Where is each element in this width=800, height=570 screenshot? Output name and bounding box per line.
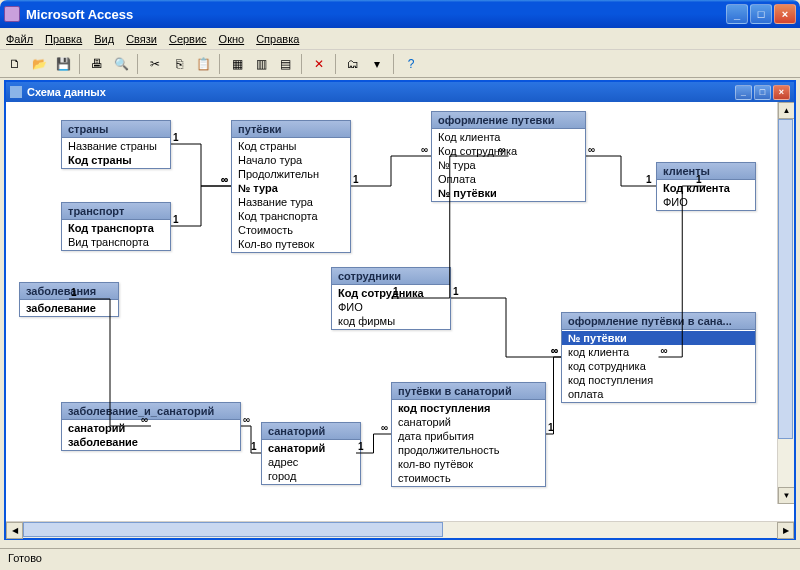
show-direct-icon[interactable]: ▥ <box>250 53 272 75</box>
maximize-button[interactable]: □ <box>750 4 772 24</box>
table-field[interactable]: № тура <box>432 158 585 172</box>
save-icon[interactable]: 💾 <box>52 53 74 75</box>
h-scroll-thumb[interactable] <box>23 522 443 537</box>
table-zabolevanie_i_sanatoriy[interactable]: заболевание_и_санаторийсанаторийзаболева… <box>61 402 241 451</box>
horizontal-scrollbar[interactable]: ◀ ▶ <box>6 521 794 538</box>
table-field[interactable]: ФИО <box>332 300 450 314</box>
table-field[interactable]: адрес <box>262 455 360 469</box>
table-field[interactable]: кол-во путёвок <box>392 457 545 471</box>
menu-help[interactable]: Справка <box>256 33 299 45</box>
table-field[interactable]: код сотрудника <box>562 359 755 373</box>
menu-view[interactable]: Вид <box>94 33 114 45</box>
menu-window[interactable]: Окно <box>219 33 245 45</box>
scroll-left-icon[interactable]: ◀ <box>6 522 23 539</box>
table-field[interactable]: Оплата <box>432 172 585 186</box>
table-field[interactable]: ФИО <box>657 195 755 209</box>
table-header[interactable]: оформление путевки <box>432 112 585 129</box>
table-putevki[interactable]: путёвкиКод страныНачало тураПродолжитель… <box>231 120 351 253</box>
show-table-icon[interactable]: ▦ <box>226 53 248 75</box>
table-field[interactable]: Вид транспорта <box>62 235 170 249</box>
table-header[interactable]: санаторий <box>262 423 360 440</box>
table-oformlenie_putevki_sana[interactable]: оформление путёвки в сана...№ путёвкикод… <box>561 312 756 403</box>
table-field[interactable]: Название страны <box>62 139 170 153</box>
table-header[interactable]: страны <box>62 121 170 138</box>
table-field[interactable]: санаторий <box>262 441 360 455</box>
table-field[interactable]: заболевание <box>20 301 118 315</box>
table-field[interactable]: № путёвки <box>432 186 585 200</box>
table-field[interactable]: город <box>262 469 360 483</box>
table-field[interactable]: Стоимость <box>232 223 350 237</box>
table-header[interactable]: заболевание_и_санаторий <box>62 403 240 420</box>
table-header[interactable]: путёвки в санаторий <box>392 383 545 400</box>
scroll-down-icon[interactable]: ▼ <box>778 487 794 504</box>
menu-file[interactable]: Файл <box>6 33 33 45</box>
minimize-button[interactable]: _ <box>726 4 748 24</box>
vertical-scrollbar[interactable]: ▲ ▼ <box>777 102 794 504</box>
table-field[interactable]: дата прибытия <box>392 429 545 443</box>
db-window-icon[interactable]: 🗂 <box>342 53 364 75</box>
table-field[interactable]: Кол-во путевок <box>232 237 350 251</box>
paste-icon[interactable]: 📋 <box>192 53 214 75</box>
table-header[interactable]: сотрудники <box>332 268 450 285</box>
table-header[interactable]: путёвки <box>232 121 350 138</box>
table-field[interactable]: Код транспорта <box>232 209 350 223</box>
new-icon[interactable]: 🗋 <box>4 53 26 75</box>
relationships-window: Схема данных _ □ × оформление путёвки в … <box>4 80 796 540</box>
table-field[interactable]: Код сотрудника <box>332 286 450 300</box>
table-field[interactable]: Код клиента <box>657 181 755 195</box>
v-scroll-thumb[interactable] <box>778 119 793 439</box>
table-field[interactable]: код поступления <box>562 373 755 387</box>
new-object-icon[interactable]: ▾ <box>366 53 388 75</box>
delete-icon[interactable]: ✕ <box>308 53 330 75</box>
help-icon[interactable]: ? <box>400 53 422 75</box>
child-minimize-button[interactable]: _ <box>735 85 752 100</box>
table-header[interactable]: клиенты <box>657 163 755 180</box>
menu-relations[interactable]: Связи <box>126 33 157 45</box>
table-sotrudniki[interactable]: сотрудникиКод сотрудникаФИОкод фирмы <box>331 267 451 330</box>
table-transport[interactable]: транспортКод транспортаВид транспорта <box>61 202 171 251</box>
child-maximize-button[interactable]: □ <box>754 85 771 100</box>
table-field[interactable]: Продолжительн <box>232 167 350 181</box>
table-field[interactable]: продолжительность <box>392 443 545 457</box>
scroll-up-icon[interactable]: ▲ <box>778 102 794 119</box>
table-field[interactable]: Начало тура <box>232 153 350 167</box>
table-field[interactable]: код фирмы <box>332 314 450 328</box>
table-klienty[interactable]: клиентыКод клиентаФИО <box>656 162 756 211</box>
table-field[interactable]: Название тура <box>232 195 350 209</box>
table-field[interactable]: заболевание <box>62 435 240 449</box>
table-field[interactable]: санаторий <box>62 421 240 435</box>
table-field[interactable]: Код страны <box>232 139 350 153</box>
preview-icon[interactable]: 🔍 <box>110 53 132 75</box>
table-sanatoriy[interactable]: санаторийсанаторийадресгород <box>261 422 361 485</box>
table-field[interactable]: оплата <box>562 387 755 401</box>
table-strany[interactable]: страныНазвание страныКод страны <box>61 120 171 169</box>
cardinality-label: 1 <box>393 286 399 297</box>
table-field[interactable]: санаторий <box>392 415 545 429</box>
menu-edit[interactable]: Правка <box>45 33 82 45</box>
relationships-canvas[interactable]: оформление путёвки в сана...№ путёвкикод… <box>6 102 794 521</box>
table-field[interactable]: код клиента <box>562 345 755 359</box>
table-zabolevaniya[interactable]: заболеваниязаболевание <box>19 282 119 317</box>
table-header[interactable]: оформление путёвки в сана... <box>562 313 755 330</box>
table-header[interactable]: транспорт <box>62 203 170 220</box>
print-icon[interactable]: 🖶 <box>86 53 108 75</box>
menu-service[interactable]: Сервис <box>169 33 207 45</box>
table-field[interactable]: № путёвки <box>562 331 755 345</box>
table-field[interactable]: № тура <box>232 181 350 195</box>
table-header[interactable]: заболевания <box>20 283 118 300</box>
show-all-icon[interactable]: ▤ <box>274 53 296 75</box>
table-oformlenie_putevki[interactable]: оформление путевкиКод клиентаКод сотрудн… <box>431 111 586 202</box>
table-putevki_v_sanatoriy[interactable]: путёвки в санаторийкод поступлениясанато… <box>391 382 546 487</box>
child-close-button[interactable]: × <box>773 85 790 100</box>
scroll-right-icon[interactable]: ▶ <box>777 522 794 539</box>
cut-icon[interactable]: ✂ <box>144 53 166 75</box>
table-field[interactable]: Код сотрудника <box>432 144 585 158</box>
copy-icon[interactable]: ⎘ <box>168 53 190 75</box>
table-field[interactable]: стоимость <box>392 471 545 485</box>
open-icon[interactable]: 📂 <box>28 53 50 75</box>
table-field[interactable]: Код клиента <box>432 130 585 144</box>
close-button[interactable]: × <box>774 4 796 24</box>
table-field[interactable]: код поступления <box>392 401 545 415</box>
table-field[interactable]: Код транспорта <box>62 221 170 235</box>
table-field[interactable]: Код страны <box>62 153 170 167</box>
